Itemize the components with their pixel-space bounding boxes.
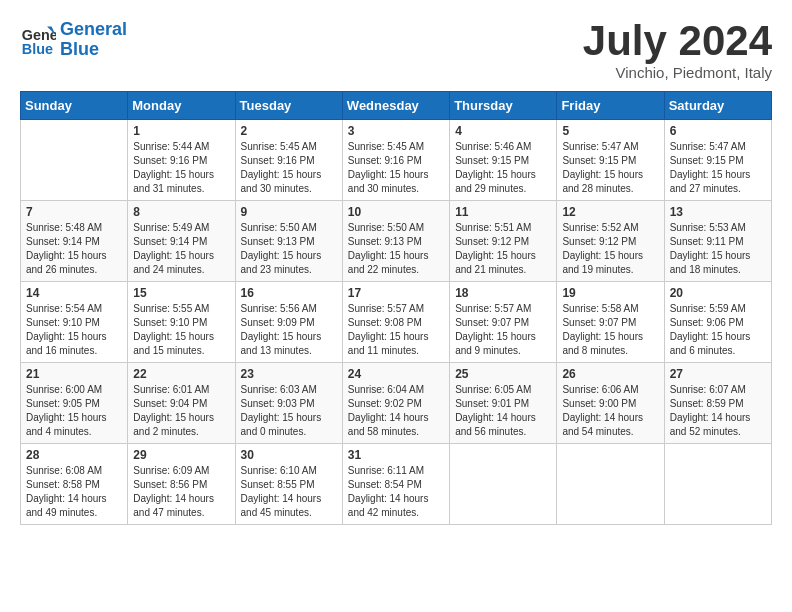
week-row-3: 14Sunrise: 5:54 AM Sunset: 9:10 PM Dayli… xyxy=(21,282,772,363)
calendar-cell: 1Sunrise: 5:44 AM Sunset: 9:16 PM Daylig… xyxy=(128,120,235,201)
day-number: 3 xyxy=(348,124,444,138)
calendar-cell xyxy=(557,444,664,525)
day-number: 4 xyxy=(455,124,551,138)
calendar-cell: 16Sunrise: 5:56 AM Sunset: 9:09 PM Dayli… xyxy=(235,282,342,363)
week-row-1: 1Sunrise: 5:44 AM Sunset: 9:16 PM Daylig… xyxy=(21,120,772,201)
logo-text: GeneralBlue xyxy=(60,20,127,60)
day-number: 7 xyxy=(26,205,122,219)
calendar-cell xyxy=(450,444,557,525)
title-block: July 2024 Vinchio, Piedmont, Italy xyxy=(583,20,772,81)
calendar-cell: 10Sunrise: 5:50 AM Sunset: 9:13 PM Dayli… xyxy=(342,201,449,282)
calendar-cell: 28Sunrise: 6:08 AM Sunset: 8:58 PM Dayli… xyxy=(21,444,128,525)
page-header: General Blue GeneralBlue July 2024 Vinch… xyxy=(20,20,772,81)
day-number: 26 xyxy=(562,367,658,381)
week-row-2: 7Sunrise: 5:48 AM Sunset: 9:14 PM Daylig… xyxy=(21,201,772,282)
column-header-tuesday: Tuesday xyxy=(235,92,342,120)
day-info: Sunrise: 6:05 AM Sunset: 9:01 PM Dayligh… xyxy=(455,383,551,439)
calendar-cell: 18Sunrise: 5:57 AM Sunset: 9:07 PM Dayli… xyxy=(450,282,557,363)
day-number: 27 xyxy=(670,367,766,381)
day-info: Sunrise: 5:50 AM Sunset: 9:13 PM Dayligh… xyxy=(348,221,444,277)
day-number: 2 xyxy=(241,124,337,138)
day-info: Sunrise: 6:03 AM Sunset: 9:03 PM Dayligh… xyxy=(241,383,337,439)
day-number: 1 xyxy=(133,124,229,138)
calendar-table: SundayMondayTuesdayWednesdayThursdayFrid… xyxy=(20,91,772,525)
day-info: Sunrise: 6:11 AM Sunset: 8:54 PM Dayligh… xyxy=(348,464,444,520)
day-number: 19 xyxy=(562,286,658,300)
calendar-cell: 22Sunrise: 6:01 AM Sunset: 9:04 PM Dayli… xyxy=(128,363,235,444)
calendar-cell: 30Sunrise: 6:10 AM Sunset: 8:55 PM Dayli… xyxy=(235,444,342,525)
calendar-cell: 6Sunrise: 5:47 AM Sunset: 9:15 PM Daylig… xyxy=(664,120,771,201)
day-info: Sunrise: 5:53 AM Sunset: 9:11 PM Dayligh… xyxy=(670,221,766,277)
day-info: Sunrise: 6:07 AM Sunset: 8:59 PM Dayligh… xyxy=(670,383,766,439)
day-number: 23 xyxy=(241,367,337,381)
day-number: 15 xyxy=(133,286,229,300)
calendar-cell: 23Sunrise: 6:03 AM Sunset: 9:03 PM Dayli… xyxy=(235,363,342,444)
day-info: Sunrise: 6:08 AM Sunset: 8:58 PM Dayligh… xyxy=(26,464,122,520)
calendar-cell: 29Sunrise: 6:09 AM Sunset: 8:56 PM Dayli… xyxy=(128,444,235,525)
day-info: Sunrise: 5:45 AM Sunset: 9:16 PM Dayligh… xyxy=(241,140,337,196)
day-number: 30 xyxy=(241,448,337,462)
calendar-cell: 2Sunrise: 5:45 AM Sunset: 9:16 PM Daylig… xyxy=(235,120,342,201)
day-number: 11 xyxy=(455,205,551,219)
calendar-cell: 11Sunrise: 5:51 AM Sunset: 9:12 PM Dayli… xyxy=(450,201,557,282)
day-info: Sunrise: 6:09 AM Sunset: 8:56 PM Dayligh… xyxy=(133,464,229,520)
calendar-cell: 24Sunrise: 6:04 AM Sunset: 9:02 PM Dayli… xyxy=(342,363,449,444)
day-info: Sunrise: 5:56 AM Sunset: 9:09 PM Dayligh… xyxy=(241,302,337,358)
day-info: Sunrise: 5:46 AM Sunset: 9:15 PM Dayligh… xyxy=(455,140,551,196)
day-info: Sunrise: 5:51 AM Sunset: 9:12 PM Dayligh… xyxy=(455,221,551,277)
day-number: 9 xyxy=(241,205,337,219)
day-info: Sunrise: 5:47 AM Sunset: 9:15 PM Dayligh… xyxy=(670,140,766,196)
calendar-cell: 20Sunrise: 5:59 AM Sunset: 9:06 PM Dayli… xyxy=(664,282,771,363)
calendar-cell: 25Sunrise: 6:05 AM Sunset: 9:01 PM Dayli… xyxy=(450,363,557,444)
day-info: Sunrise: 5:49 AM Sunset: 9:14 PM Dayligh… xyxy=(133,221,229,277)
day-info: Sunrise: 5:44 AM Sunset: 9:16 PM Dayligh… xyxy=(133,140,229,196)
day-info: Sunrise: 5:47 AM Sunset: 9:15 PM Dayligh… xyxy=(562,140,658,196)
day-number: 18 xyxy=(455,286,551,300)
month-year-title: July 2024 xyxy=(583,20,772,62)
day-info: Sunrise: 5:54 AM Sunset: 9:10 PM Dayligh… xyxy=(26,302,122,358)
day-info: Sunrise: 5:58 AM Sunset: 9:07 PM Dayligh… xyxy=(562,302,658,358)
day-info: Sunrise: 6:04 AM Sunset: 9:02 PM Dayligh… xyxy=(348,383,444,439)
calendar-cell: 26Sunrise: 6:06 AM Sunset: 9:00 PM Dayli… xyxy=(557,363,664,444)
day-info: Sunrise: 6:00 AM Sunset: 9:05 PM Dayligh… xyxy=(26,383,122,439)
day-number: 6 xyxy=(670,124,766,138)
day-number: 28 xyxy=(26,448,122,462)
calendar-cell: 8Sunrise: 5:49 AM Sunset: 9:14 PM Daylig… xyxy=(128,201,235,282)
calendar-cell xyxy=(664,444,771,525)
day-info: Sunrise: 5:57 AM Sunset: 9:07 PM Dayligh… xyxy=(455,302,551,358)
day-number: 16 xyxy=(241,286,337,300)
calendar-cell: 27Sunrise: 6:07 AM Sunset: 8:59 PM Dayli… xyxy=(664,363,771,444)
day-number: 22 xyxy=(133,367,229,381)
day-info: Sunrise: 6:01 AM Sunset: 9:04 PM Dayligh… xyxy=(133,383,229,439)
day-number: 17 xyxy=(348,286,444,300)
calendar-cell: 13Sunrise: 5:53 AM Sunset: 9:11 PM Dayli… xyxy=(664,201,771,282)
day-info: Sunrise: 5:57 AM Sunset: 9:08 PM Dayligh… xyxy=(348,302,444,358)
day-info: Sunrise: 6:10 AM Sunset: 8:55 PM Dayligh… xyxy=(241,464,337,520)
day-info: Sunrise: 5:45 AM Sunset: 9:16 PM Dayligh… xyxy=(348,140,444,196)
day-number: 29 xyxy=(133,448,229,462)
calendar-cell: 4Sunrise: 5:46 AM Sunset: 9:15 PM Daylig… xyxy=(450,120,557,201)
week-row-4: 21Sunrise: 6:00 AM Sunset: 9:05 PM Dayli… xyxy=(21,363,772,444)
day-info: Sunrise: 5:52 AM Sunset: 9:12 PM Dayligh… xyxy=(562,221,658,277)
day-info: Sunrise: 5:50 AM Sunset: 9:13 PM Dayligh… xyxy=(241,221,337,277)
location-subtitle: Vinchio, Piedmont, Italy xyxy=(583,64,772,81)
calendar-cell: 5Sunrise: 5:47 AM Sunset: 9:15 PM Daylig… xyxy=(557,120,664,201)
calendar-cell: 15Sunrise: 5:55 AM Sunset: 9:10 PM Dayli… xyxy=(128,282,235,363)
svg-text:Blue: Blue xyxy=(22,40,53,56)
day-info: Sunrise: 5:48 AM Sunset: 9:14 PM Dayligh… xyxy=(26,221,122,277)
day-number: 10 xyxy=(348,205,444,219)
column-header-friday: Friday xyxy=(557,92,664,120)
column-header-monday: Monday xyxy=(128,92,235,120)
column-header-thursday: Thursday xyxy=(450,92,557,120)
day-info: Sunrise: 6:06 AM Sunset: 9:00 PM Dayligh… xyxy=(562,383,658,439)
calendar-cell: 7Sunrise: 5:48 AM Sunset: 9:14 PM Daylig… xyxy=(21,201,128,282)
calendar-cell: 19Sunrise: 5:58 AM Sunset: 9:07 PM Dayli… xyxy=(557,282,664,363)
calendar-cell: 14Sunrise: 5:54 AM Sunset: 9:10 PM Dayli… xyxy=(21,282,128,363)
logo-icon: General Blue xyxy=(20,22,56,58)
logo: General Blue GeneralBlue xyxy=(20,20,127,60)
day-number: 24 xyxy=(348,367,444,381)
day-info: Sunrise: 5:59 AM Sunset: 9:06 PM Dayligh… xyxy=(670,302,766,358)
day-number: 13 xyxy=(670,205,766,219)
column-header-saturday: Saturday xyxy=(664,92,771,120)
day-number: 31 xyxy=(348,448,444,462)
